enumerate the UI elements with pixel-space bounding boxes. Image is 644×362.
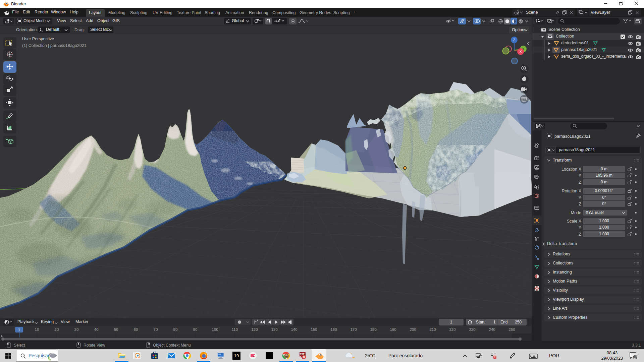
svg-text:130: 130 — [271, 327, 277, 331]
svg-text:170: 170 — [350, 327, 357, 331]
svg-text:200: 200 — [410, 327, 416, 331]
svg-text:30: 30 — [74, 327, 79, 331]
svg-text:PSP: PSP — [300, 353, 305, 355]
svg-text:190: 190 — [390, 327, 396, 331]
svg-text:40: 40 — [94, 327, 99, 331]
svg-text:60: 60 — [134, 327, 138, 331]
svg-text:160: 160 — [330, 327, 337, 331]
svg-text:180: 180 — [370, 327, 376, 331]
svg-text:220: 220 — [449, 327, 455, 331]
svg-text:8: 8 — [303, 355, 305, 359]
svg-text:50: 50 — [114, 327, 118, 331]
svg-text:110: 110 — [232, 327, 238, 331]
svg-text:2: 2 — [494, 356, 496, 359]
svg-text:Z: Z — [513, 38, 516, 42]
svg-text:140: 140 — [291, 327, 297, 331]
svg-text:19: 19 — [234, 353, 239, 358]
svg-text:90: 90 — [193, 327, 198, 331]
svg-text:100: 100 — [212, 327, 218, 331]
svg-text:150: 150 — [311, 327, 317, 331]
svg-text:240: 240 — [489, 327, 495, 331]
svg-text:10: 10 — [35, 327, 39, 331]
svg-text:X: X — [519, 50, 522, 54]
svg-text:10: 10 — [634, 356, 637, 359]
svg-text:230: 230 — [469, 327, 475, 331]
svg-text:70: 70 — [154, 327, 158, 331]
svg-text:120: 120 — [251, 327, 258, 331]
svg-text:1: 1 — [18, 328, 20, 332]
svg-text:80: 80 — [173, 327, 178, 331]
svg-text:20: 20 — [55, 327, 59, 331]
svg-text:210: 210 — [429, 327, 436, 331]
svg-text:250: 250 — [508, 327, 515, 331]
